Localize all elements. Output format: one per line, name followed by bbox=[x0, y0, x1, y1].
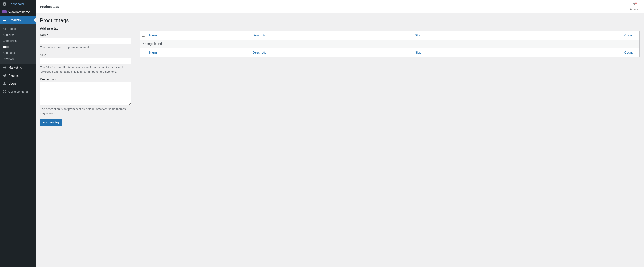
sidebar-item-users[interactable]: Users bbox=[0, 80, 36, 88]
sidebar-item-woocommerce[interactable]: woo WooCommerce bbox=[0, 8, 36, 16]
tags-table: Name Description Slug Count No tags foun… bbox=[140, 31, 640, 57]
sidebar-item-label: Products bbox=[8, 18, 21, 22]
column-footer-description[interactable]: Description bbox=[250, 48, 413, 57]
notification-dot bbox=[635, 2, 637, 4]
sidebar-item-products[interactable]: Products bbox=[0, 16, 36, 24]
description-input[interactable] bbox=[40, 82, 131, 105]
form-heading: Add new tag bbox=[40, 27, 131, 30]
description-help: The description is not prominent by defa… bbox=[40, 107, 131, 116]
svg-point-2 bbox=[4, 82, 5, 84]
sidebar-item-label: Users bbox=[8, 82, 17, 85]
name-help: The name is how it appears on your site. bbox=[40, 45, 131, 50]
page-content: Product tags Add new tag Name The name i… bbox=[36, 13, 644, 130]
activity-button[interactable]: Activity bbox=[628, 2, 640, 11]
submenu-all-products[interactable]: All Products bbox=[0, 26, 36, 32]
submenu-categories[interactable]: Categories bbox=[0, 38, 36, 44]
add-tag-button[interactable]: Add new tag bbox=[40, 119, 62, 126]
page-title: Product tags bbox=[40, 16, 640, 24]
dashboard-icon bbox=[2, 2, 7, 6]
submenu-add-new[interactable]: Add New bbox=[0, 32, 36, 38]
sidebar-item-plugins[interactable]: Plugins bbox=[0, 72, 36, 80]
name-label: Name bbox=[40, 33, 131, 37]
submenu-attributes[interactable]: Attributes bbox=[0, 50, 36, 56]
sidebar-item-label: Plugins bbox=[8, 74, 19, 77]
sidebar-item-dashboard[interactable]: Dashboard bbox=[0, 0, 36, 8]
user-icon bbox=[2, 81, 7, 86]
select-all-checkbox-top[interactable] bbox=[142, 33, 145, 37]
column-footer-count[interactable]: Count bbox=[500, 48, 639, 57]
collapse-menu-button[interactable]: Collapse menu bbox=[0, 88, 36, 96]
column-header-slug[interactable]: Slug bbox=[413, 31, 500, 40]
svg-text:woo: woo bbox=[2, 11, 6, 13]
select-all-checkbox-bottom[interactable] bbox=[142, 50, 145, 54]
slug-input[interactable] bbox=[40, 58, 131, 64]
sidebar-item-label: Dashboard bbox=[8, 2, 24, 6]
sidebar-item-label: Marketing bbox=[8, 66, 22, 69]
topbar-title: Product tags bbox=[40, 5, 59, 8]
slug-help: The “slug” is the URL-friendly version o… bbox=[40, 65, 131, 74]
topbar: Product tags Activity bbox=[36, 0, 644, 13]
sidebar-item-marketing[interactable]: Marketing bbox=[0, 64, 36, 72]
archive-icon bbox=[2, 18, 7, 22]
collapse-icon bbox=[2, 89, 7, 94]
collapse-label: Collapse menu bbox=[8, 90, 28, 93]
activity-label: Activity bbox=[630, 8, 638, 10]
submenu-tags[interactable]: Tags bbox=[0, 44, 36, 50]
empty-message: No tags found bbox=[140, 40, 639, 48]
column-footer-slug[interactable]: Slug bbox=[413, 48, 500, 57]
column-header-name[interactable]: Name bbox=[147, 31, 250, 40]
svg-point-3 bbox=[3, 90, 6, 93]
sidebar-item-label: WooCommerce bbox=[8, 10, 30, 14]
column-footer-name[interactable]: Name bbox=[147, 48, 250, 57]
slug-label: Slug bbox=[40, 53, 131, 57]
flag-icon bbox=[632, 3, 636, 8]
add-tag-form: Add new tag Name The name is how it appe… bbox=[40, 27, 131, 126]
column-header-count[interactable]: Count bbox=[500, 31, 639, 40]
name-input[interactable] bbox=[40, 38, 131, 44]
megaphone-icon bbox=[2, 65, 7, 70]
column-header-description[interactable]: Description bbox=[250, 31, 413, 40]
submenu-reviews[interactable]: Reviews bbox=[0, 56, 36, 62]
description-label: Description bbox=[40, 78, 131, 81]
products-submenu: All Products Add New Categories Tags Att… bbox=[0, 24, 36, 64]
plug-icon bbox=[2, 73, 7, 78]
main-content: Product tags Activity Product tags Add n… bbox=[36, 0, 644, 267]
admin-sidebar: Dashboard woo WooCommerce Products All P… bbox=[0, 0, 36, 267]
woo-icon: woo bbox=[2, 10, 7, 14]
